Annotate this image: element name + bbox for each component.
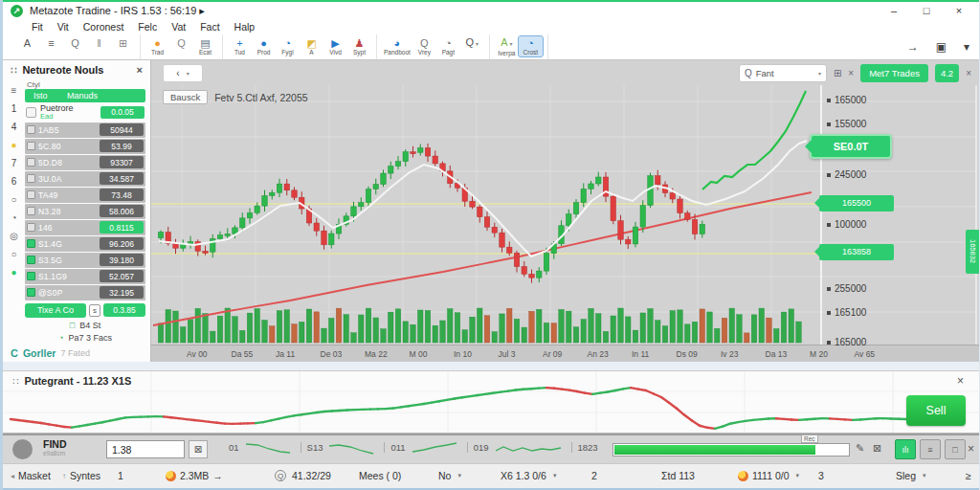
toolbar-button-interval[interactable]: A▾Iverpa	[495, 35, 519, 57]
panel-grip-icon: ∷	[11, 65, 16, 76]
status-item-2-3mb[interactable]: 2.3MB→	[166, 470, 223, 481]
market-row[interactable]: 1AB550944	[25, 122, 145, 138]
price-alert-callout[interactable]: SE0.0T	[810, 134, 892, 159]
toolbar-button-print[interactable]: ▤Ecat	[193, 36, 217, 56]
market-row[interactable]: S1.1G952.057	[25, 269, 145, 284]
indicator-close-icon[interactable]: ×	[957, 374, 964, 388]
minimize-button[interactable]: –	[878, 2, 910, 20]
price-tag: 163858	[819, 244, 894, 260]
sell-button[interactable]: Sell	[906, 395, 966, 426]
strip-icon-4[interactable]: 7	[3, 154, 25, 172]
checkbox-icon[interactable]	[26, 107, 36, 118]
mini-option-button[interactable]: s	[89, 304, 100, 317]
market-row[interactable]: S3.5G39.180	[25, 253, 145, 268]
toolbar-button-label	[27, 49, 29, 56]
trade-button[interactable]: Tixe A Co	[25, 303, 86, 318]
chart-bars-button[interactable]: ılı	[895, 439, 916, 459]
list-button[interactable]: ≡	[920, 439, 941, 459]
toolbar-button-menu-lines[interactable]: ≡	[39, 36, 63, 56]
forward-icon[interactable]: →	[907, 40, 919, 54]
row-marker-icon	[27, 239, 35, 248]
mail-icon[interactable]: ⊠	[873, 442, 881, 455]
featured-symbol-row[interactable]: Puetrore Ead 0.0.05	[25, 102, 145, 122]
strip-icon-9[interactable]: ○	[3, 245, 25, 263]
strip-icon-1[interactable]: 1	[3, 100, 25, 118]
market-row[interactable]: TA4973.48	[25, 188, 145, 203]
toolbar-button-magnifier[interactable]: Q	[63, 36, 87, 56]
clipboard-icon[interactable]: ▣	[936, 40, 947, 54]
toolbar-button-profile[interactable]: ♟Sypt	[347, 36, 371, 56]
strip-icon-0[interactable]: ≡	[3, 81, 25, 100]
page-button[interactable]: □	[945, 439, 966, 459]
maximize-button[interactable]: □	[910, 2, 943, 20]
menu-item-fit[interactable]: Fit	[32, 21, 43, 33]
row-marker-icon	[27, 142, 35, 150]
toolbar-button-dashboard[interactable]: ◕Pandboot	[382, 36, 412, 56]
toolbar-button-zoom-caret[interactable]: Q▾	[460, 35, 484, 57]
market-row[interactable]: N3.2858.006	[25, 204, 145, 219]
value-input[interactable]	[106, 440, 185, 458]
compiler-name[interactable]: Gorller	[23, 347, 56, 359]
toolbar-button-add[interactable]: +Tud	[228, 36, 252, 56]
toolbar-button-history[interactable]: ◔Fygl	[276, 36, 300, 56]
status-item-1111-0-0[interactable]: 1111 0/0▾	[738, 470, 799, 481]
menu-item-felc[interactable]: Felc	[138, 21, 157, 33]
toolbar-group: ●TradQ ▤Ecat	[141, 34, 223, 59]
profile-icon: ♟	[355, 37, 365, 49]
close-button[interactable]: ×	[943, 2, 975, 20]
toolbar-button-cursor[interactable]: A	[15, 36, 39, 56]
market-row[interactable]: 1460.8115	[25, 220, 145, 235]
sparkline-strip: 01S130110191823	[223, 438, 598, 456]
progress-bar[interactable]	[612, 443, 850, 457]
menu-item-coronest[interactable]: Coronest	[83, 21, 124, 33]
strip-icon-2[interactable]: 4	[3, 118, 25, 136]
toolbar-button-play[interactable]: ▶Vivd	[323, 36, 347, 56]
toolbar-button-order[interactable]: ●Prod	[252, 36, 276, 56]
status-item-masket[interactable]: ◂Masket	[11, 470, 51, 481]
strip-icon-8[interactable]: ◎	[3, 227, 25, 245]
filter-icon[interactable]: ⊠	[189, 440, 208, 458]
toolbar-button-search[interactable]: QVrey	[412, 36, 436, 56]
market-row[interactable]: 3U.0A34.587	[25, 171, 145, 187]
close-chart-icon[interactable]: ×	[848, 68, 854, 78]
indicator-plot[interactable]	[3, 371, 980, 433]
toolbar-button-layout[interactable]: ⊞	[111, 36, 135, 56]
more-icon[interactable]: ▾	[964, 40, 969, 54]
status-item-x6-1-3-0-6[interactable]: X6 1.3 0/6▾	[501, 470, 556, 481]
sidebar-tab-label[interactable]: Ctyl	[25, 79, 145, 89]
market-row[interactable]: 5D.D893307	[25, 155, 145, 170]
chart-back-button[interactable]: ‹ ▾	[163, 64, 203, 82]
symbol-badge[interactable]: Bausck	[163, 90, 208, 104]
grid-view-icon[interactable]: ⊞	[834, 68, 841, 78]
pencil-icon[interactable]: ✎	[856, 442, 864, 455]
menu-item-vit[interactable]: Vit	[57, 21, 69, 33]
status-item-sleg[interactable]: Sleg▾	[896, 470, 926, 481]
symbol-search-input[interactable]: Q Fant ▾	[739, 64, 827, 82]
toolbar-button-accounts[interactable]: ◩A	[300, 36, 323, 56]
strip-icon-3[interactable]: ●	[3, 136, 25, 154]
market-row[interactable]: @S0P32.195	[25, 285, 145, 301]
row-price-badge: 73.48	[100, 189, 144, 201]
toolbar-button-time[interactable]: ◔Pagt	[436, 36, 460, 56]
strip-icon-10[interactable]: ●	[3, 263, 25, 281]
menu-item-fact[interactable]: Fact	[200, 21, 219, 33]
strip-icon-7[interactable]: ◔	[3, 209, 25, 227]
status-item-syntes[interactable]: ↑Syntes	[62, 470, 100, 481]
menu-item-vat[interactable]: Vat	[171, 21, 186, 33]
metatrader-button[interactable]: Met7 Trades	[860, 64, 928, 82]
toolbar-group: ◕PandbootQVrey◔PagtQ▾	[377, 34, 490, 59]
toolbar-button-label: Ecat	[199, 49, 212, 56]
toolbar-button-chart[interactable]: ◔Crost	[519, 36, 543, 56]
status-item-no[interactable]: No▾	[438, 470, 461, 481]
close-panel-icon[interactable]: ×	[966, 68, 971, 78]
toolbar-button-zoom[interactable]: Q	[169, 36, 193, 56]
menu-item-halp[interactable]: Halp	[234, 21, 256, 33]
strip-icon-5[interactable]: 6	[3, 172, 25, 190]
market-row[interactable]: 5C.8053.99	[25, 139, 145, 154]
toolbar-button-columns[interactable]: ‖	[87, 36, 111, 56]
strip-icon-6[interactable]: ○	[3, 190, 25, 209]
market-row[interactable]: S1.4G96.206	[25, 236, 145, 252]
market-watch-close-icon[interactable]: ×	[137, 64, 143, 76]
close-toolbar-icon[interactable]: ×	[968, 442, 974, 456]
toolbar-button-trade[interactable]: ●Trad	[145, 36, 169, 56]
